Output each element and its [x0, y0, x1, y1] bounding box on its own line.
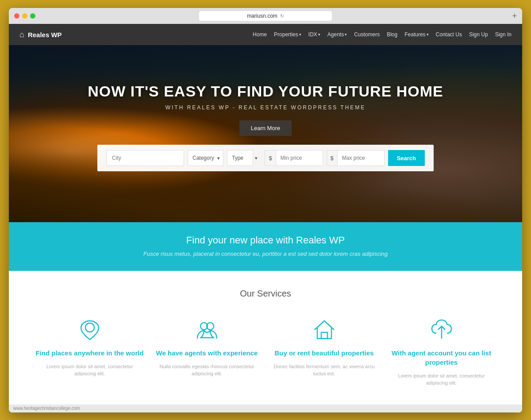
- services-section: Our Services Find places anywhere in the…: [9, 271, 522, 405]
- nav-link-signup[interactable]: Sign Up: [469, 31, 488, 38]
- dropdown-caret: ▾: [318, 32, 320, 37]
- add-tab-button[interactable]: +: [512, 12, 517, 21]
- teal-banner: Find your new place with Reales WP Fusce…: [9, 222, 522, 271]
- service-desc-agent: Nulla convallis egestas rhoncus consecte…: [153, 363, 261, 378]
- url-text: mariusn.com: [247, 13, 277, 19]
- status-url: www.heritagechristiancollege.com: [13, 406, 80, 411]
- search-button[interactable]: Search: [388, 150, 425, 166]
- hero-content: NOW IT'S EASY TO FIND YOUR FUTURE HOME W…: [79, 83, 452, 136]
- browser-titlebar: mariusn.com ↻ +: [9, 8, 522, 24]
- city-input[interactable]: [106, 150, 184, 166]
- hero-subtitle: WITH REALES WP - REAL ESTATE WORDPRESS T…: [88, 104, 443, 111]
- min-price-symbol: $: [265, 150, 276, 166]
- status-bar: www.heritagechristiancollege.com: [9, 405, 522, 412]
- nav-link-blog[interactable]: Blog: [387, 31, 397, 38]
- type-select[interactable]: Type: [227, 150, 253, 166]
- max-price-input[interactable]: [338, 150, 384, 166]
- service-item-location: Find places anywhere in the world Lorem …: [35, 316, 144, 387]
- refresh-icon[interactable]: ↻: [280, 13, 284, 19]
- teal-banner-subtext: Fusce risus metus, placerat in consectet…: [18, 250, 513, 258]
- close-button[interactable]: [14, 13, 19, 19]
- type-select-wrapper: Type: [227, 150, 261, 166]
- home-brand-icon: ⌂: [19, 30, 24, 39]
- service-desc-home: Donec facilisis fermentum sem, ac viverr…: [270, 363, 378, 378]
- nav-link-idx[interactable]: IDX ▾: [308, 31, 320, 38]
- nav-link-agents[interactable]: Agents ▾: [327, 31, 347, 38]
- hero-section: NOW IT'S EASY TO FIND YOUR FUTURE HOME W…: [9, 45, 522, 222]
- brand-name: Reales WP: [28, 31, 62, 39]
- service-desc-location: Lorem ipsum dolor sit amet, consectetur …: [35, 363, 144, 378]
- hero-title: NOW IT'S EASY TO FIND YOUR FUTURE HOME: [88, 83, 443, 100]
- nav-link-features[interactable]: Features ▾: [404, 31, 428, 38]
- location-icon: [77, 316, 103, 343]
- maximize-button[interactable]: [30, 13, 35, 19]
- nav-link-signin[interactable]: Sign In: [495, 31, 512, 38]
- service-item-agent: We have agents with experience Nulla con…: [153, 316, 261, 387]
- navbar: ⌂ Reales WP Home Properties ▾ IDX ▾ Agen…: [9, 24, 522, 45]
- max-price-symbol: $: [327, 150, 338, 166]
- browser-window: mariusn.com ↻ + ⌂ Reales WP Home Propert…: [9, 8, 522, 412]
- nav-link-customers[interactable]: Customers: [354, 31, 380, 38]
- search-bar: Category Type $ $ Search: [97, 145, 434, 171]
- nav-brand: ⌂ Reales WP: [19, 30, 62, 39]
- service-name-agent: We have agents with experience: [156, 348, 258, 358]
- services-grid: Find places anywhere in the world Lorem …: [35, 316, 496, 387]
- agent-icon: [194, 316, 220, 343]
- category-select[interactable]: Category: [188, 150, 223, 166]
- service-name-cloud: With agent account you can list properti…: [387, 348, 496, 367]
- cloud-upload-icon: [428, 316, 455, 343]
- dropdown-caret: ▾: [427, 32, 429, 37]
- service-name-location: Find places anywhere in the world: [35, 348, 143, 358]
- hero-cta-button[interactable]: Learn More: [239, 120, 292, 136]
- max-price-wrapper: $: [327, 150, 385, 166]
- nav-links: Home Properties ▾ IDX ▾ Agents ▾ Custome…: [253, 31, 512, 38]
- min-price-wrapper: $: [265, 150, 323, 166]
- website-content: ⌂ Reales WP Home Properties ▾ IDX ▾ Agen…: [9, 24, 522, 412]
- nav-link-properties[interactable]: Properties ▾: [274, 31, 301, 38]
- min-price-input[interactable]: [276, 150, 323, 166]
- house-icon: [311, 316, 338, 343]
- svg-rect-3: [321, 332, 327, 339]
- svg-point-0: [85, 323, 94, 332]
- services-title: Our Services: [35, 289, 496, 299]
- nav-link-home[interactable]: Home: [253, 31, 267, 38]
- service-desc-cloud: Lorem ipsum dolor sit amet, consectetur …: [387, 372, 496, 387]
- address-bar[interactable]: mariusn.com ↻: [199, 11, 332, 21]
- category-select-wrapper: Category: [188, 150, 223, 166]
- service-item-home: Buy or rent beautiful properties Donec f…: [270, 316, 378, 387]
- service-name-home: Buy or rent beautiful properties: [274, 348, 373, 358]
- dropdown-caret: ▾: [345, 32, 347, 37]
- teal-banner-heading: Find your new place with Reales WP: [18, 235, 513, 246]
- minimize-button[interactable]: [22, 13, 27, 19]
- nav-link-contact[interactable]: Contact Us: [436, 31, 462, 38]
- dropdown-caret: ▾: [299, 32, 301, 37]
- service-item-cloud: With agent account you can list properti…: [387, 316, 496, 387]
